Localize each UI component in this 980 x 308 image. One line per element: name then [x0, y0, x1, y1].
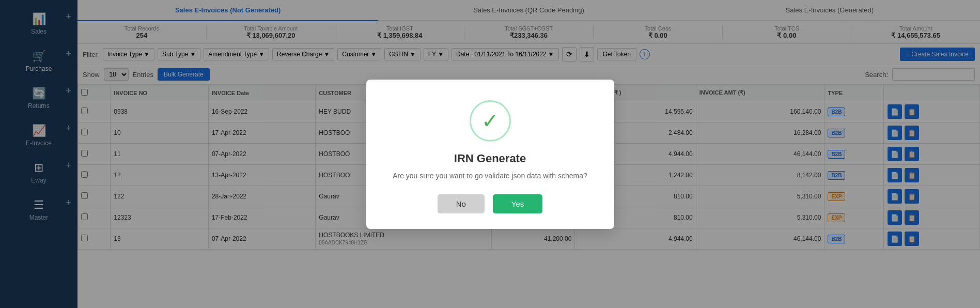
- modal-overlay: ✓ IRN Generate Are you sure you want to …: [0, 0, 980, 308]
- modal-message: Are you sure you want to go validate jso…: [393, 172, 587, 180]
- modal-title: IRN Generate: [454, 152, 526, 165]
- modal-yes-button[interactable]: Yes: [493, 194, 542, 213]
- modal-no-button[interactable]: No: [438, 194, 485, 213]
- modal-check-circle: ✓: [470, 100, 511, 142]
- modal-check-icon: ✓: [481, 111, 499, 131]
- modal-buttons: No Yes: [438, 194, 543, 213]
- modal-box: ✓ IRN Generate Are you sure you want to …: [366, 80, 614, 229]
